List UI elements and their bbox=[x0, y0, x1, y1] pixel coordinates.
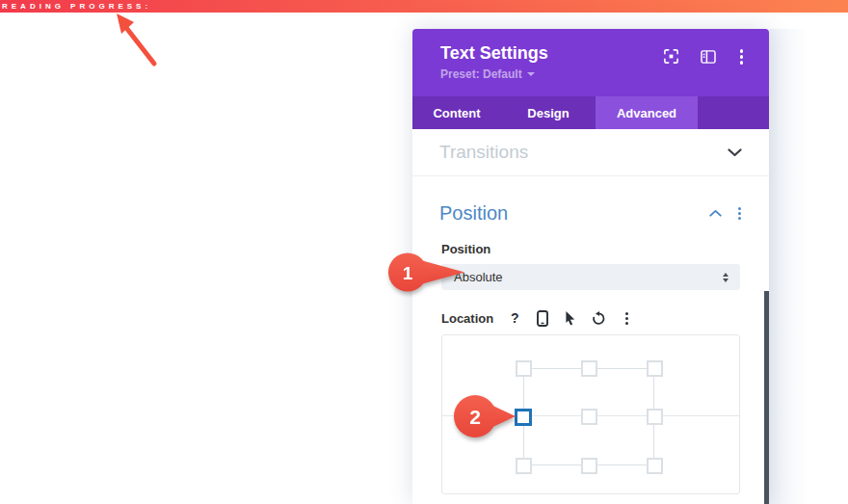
chevron-up-icon[interactable] bbox=[709, 204, 722, 222]
position-section-title[interactable]: Position bbox=[439, 202, 709, 225]
location-anchor-top-center[interactable] bbox=[581, 360, 597, 377]
more-options-icon[interactable] bbox=[737, 48, 747, 66]
location-anchor-bottom-left[interactable] bbox=[516, 458, 532, 474]
position-section: Position Position Absolute Location ? bbox=[412, 176, 769, 494]
location-anchor-top-left[interactable] bbox=[516, 360, 532, 377]
transitions-label: Transitions bbox=[439, 142, 528, 163]
layout-view-icon[interactable] bbox=[701, 50, 716, 64]
more-options-icon[interactable] bbox=[619, 309, 634, 327]
cursor-icon[interactable] bbox=[563, 309, 578, 327]
location-anchor-middle-center[interactable] bbox=[581, 409, 597, 425]
location-anchor-top-right[interactable] bbox=[647, 360, 663, 377]
position-header-icons bbox=[709, 204, 744, 222]
modal-header: Text Settings Preset: Default bbox=[412, 29, 769, 96]
callout-number: 1 bbox=[403, 263, 413, 283]
transitions-toggle[interactable]: Transitions bbox=[412, 129, 769, 176]
help-icon[interactable]: ? bbox=[507, 309, 522, 327]
scrollbar[interactable] bbox=[764, 291, 769, 504]
more-options-icon[interactable] bbox=[735, 206, 744, 221]
location-anchor-bottom-right[interactable] bbox=[647, 458, 663, 474]
page-background-shade bbox=[769, 29, 809, 504]
tab-bar: Content Design Advanced bbox=[412, 96, 769, 129]
tab-content[interactable]: Content bbox=[412, 96, 501, 129]
select-stepper-icon bbox=[723, 273, 729, 282]
location-anchor-middle-left-selected[interactable] bbox=[515, 409, 532, 426]
chevron-down-icon bbox=[728, 144, 742, 161]
tab-advanced[interactable]: Advanced bbox=[596, 96, 698, 129]
position-field-label: Position bbox=[441, 243, 740, 256]
chevron-down-icon bbox=[527, 72, 535, 76]
location-row: Location ? bbox=[441, 306, 740, 330]
location-anchor-middle-right[interactable] bbox=[647, 409, 663, 425]
phone-icon[interactable] bbox=[535, 309, 550, 327]
location-label: Location bbox=[441, 311, 493, 326]
callout-badge-2: 2 bbox=[454, 394, 517, 442]
tab-design[interactable]: Design bbox=[501, 96, 596, 129]
callout-badge-1: 1 bbox=[388, 252, 465, 296]
preset-selector[interactable]: Preset: Default bbox=[440, 67, 769, 81]
callout-number: 2 bbox=[469, 406, 481, 428]
preset-label: Preset: Default bbox=[440, 67, 522, 81]
focus-mode-icon[interactable] bbox=[663, 48, 679, 65]
annotation-arrow-icon bbox=[104, 12, 164, 73]
position-select[interactable]: Absolute bbox=[441, 264, 740, 290]
position-section-header: Position bbox=[412, 201, 769, 225]
location-anchor-bottom-center[interactable] bbox=[581, 458, 597, 474]
reset-icon[interactable] bbox=[591, 309, 606, 327]
header-icon-group bbox=[663, 48, 747, 66]
